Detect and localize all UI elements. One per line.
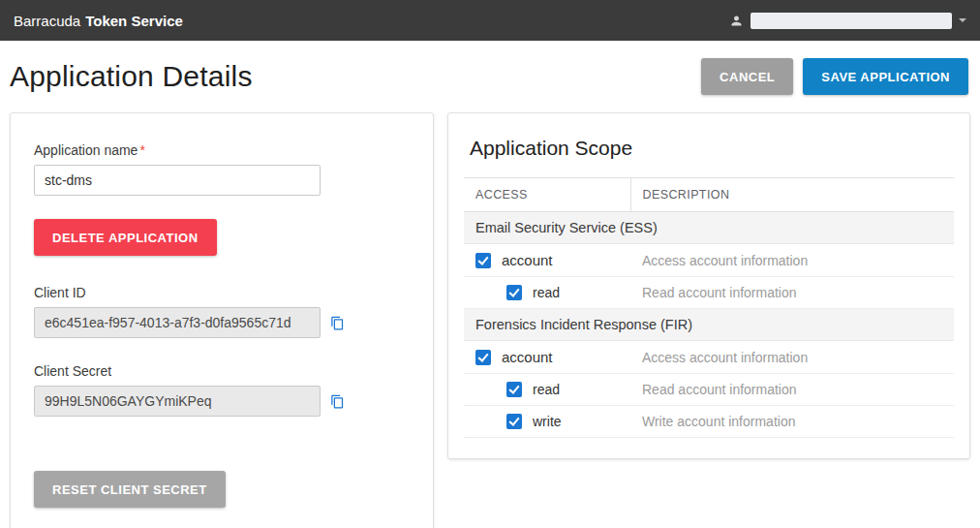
- scope-checkbox[interactable]: [475, 350, 491, 365]
- topbar: BarracudaToken Service: [0, 0, 980, 41]
- user-menu[interactable]: [729, 13, 966, 29]
- scope-checkbox[interactable]: [475, 253, 491, 268]
- scope-description: Read account information: [630, 277, 954, 309]
- scope-access-label: account: [502, 252, 553, 268]
- scope-column-access: ACCESS: [464, 178, 630, 212]
- scope-access-label: read: [533, 285, 560, 300]
- scope-table-header-row: ACCESS DESCRIPTION: [464, 178, 954, 212]
- scope-access-cell: account: [464, 244, 630, 277]
- scope-table: ACCESS DESCRIPTION Email Security Servic…: [464, 177, 954, 438]
- header-buttons: CANCEL SAVE APPLICATION: [701, 58, 968, 95]
- copy-client-id-button[interactable]: [330, 315, 345, 331]
- delete-application-button[interactable]: DELETE APPLICATION: [34, 219, 217, 256]
- scope-row: writeWrite account information: [464, 406, 954, 438]
- scope-access-cell: write: [464, 406, 630, 438]
- reset-client-secret-button[interactable]: RESET CLIENT SECRET: [34, 471, 226, 508]
- scope-description: Write account information: [630, 406, 954, 438]
- application-scope-card: Application Scope ACCESS DESCRIPTION Ema…: [447, 112, 970, 459]
- scope-access-cell: account: [464, 341, 630, 374]
- brand-name: Barracuda: [14, 13, 80, 29]
- product-name: Token Service: [85, 13, 183, 29]
- scope-checkbox[interactable]: [506, 382, 522, 397]
- client-secret-group: Client Secret: [34, 363, 410, 417]
- client-secret-field: [34, 386, 321, 417]
- client-id-label: Client ID: [34, 285, 410, 300]
- scope-description: Access account information: [630, 244, 954, 277]
- scope-description: Read account information: [630, 374, 954, 406]
- scope-access-cell: read: [464, 277, 630, 309]
- scope-group-title: Email Security Service (ESS): [464, 212, 954, 244]
- required-marker: *: [139, 142, 144, 158]
- copy-icon: [330, 398, 345, 413]
- scope-access-label: account: [502, 349, 553, 365]
- brand: BarracudaToken Service: [14, 13, 183, 29]
- scope-row: accountAccess account information: [464, 244, 954, 277]
- scope-title: Application Scope: [470, 137, 954, 160]
- client-id-field: [34, 307, 321, 338]
- copy-client-secret-button[interactable]: [330, 393, 345, 410]
- content: Application name* DELETE APPLICATION Cli…: [0, 112, 980, 528]
- cancel-button[interactable]: CANCEL: [701, 58, 793, 95]
- scope-column-description: DESCRIPTION: [630, 178, 954, 212]
- scope-row: accountAccess account information: [464, 341, 954, 374]
- client-id-group: Client ID: [34, 285, 410, 338]
- scope-group-row: Forensics Incident Response (FIR): [464, 309, 954, 341]
- application-name-label: Application name*: [34, 142, 410, 158]
- application-name-label-text: Application name: [34, 142, 138, 158]
- scope-table-body: Email Security Service (ESS)accountAcces…: [464, 212, 954, 438]
- user-name-redacted: [750, 13, 952, 29]
- scope-description: Access account information: [630, 341, 954, 374]
- scope-checkbox[interactable]: [506, 414, 522, 429]
- caret-down-icon: [959, 18, 966, 22]
- scope-access-label: write: [533, 414, 562, 429]
- page-header: Application Details CANCEL SAVE APPLICAT…: [0, 41, 980, 112]
- scope-group-title: Forensics Incident Response (FIR): [464, 309, 954, 341]
- scope-checkbox[interactable]: [506, 285, 522, 300]
- page-title: Application Details: [10, 60, 253, 93]
- scope-row: readRead account information: [464, 374, 954, 406]
- copy-icon: [330, 320, 345, 334]
- application-name-input[interactable]: [34, 165, 321, 196]
- scope-access-cell: read: [464, 374, 630, 406]
- scope-access-label: read: [533, 382, 560, 397]
- application-details-card: Application name* DELETE APPLICATION Cli…: [10, 112, 434, 528]
- scope-row: readRead account information: [464, 277, 954, 309]
- scope-group-row: Email Security Service (ESS): [464, 212, 954, 244]
- save-application-button[interactable]: SAVE APPLICATION: [803, 58, 968, 95]
- user-icon: [729, 14, 744, 28]
- client-secret-label: Client Secret: [34, 363, 410, 379]
